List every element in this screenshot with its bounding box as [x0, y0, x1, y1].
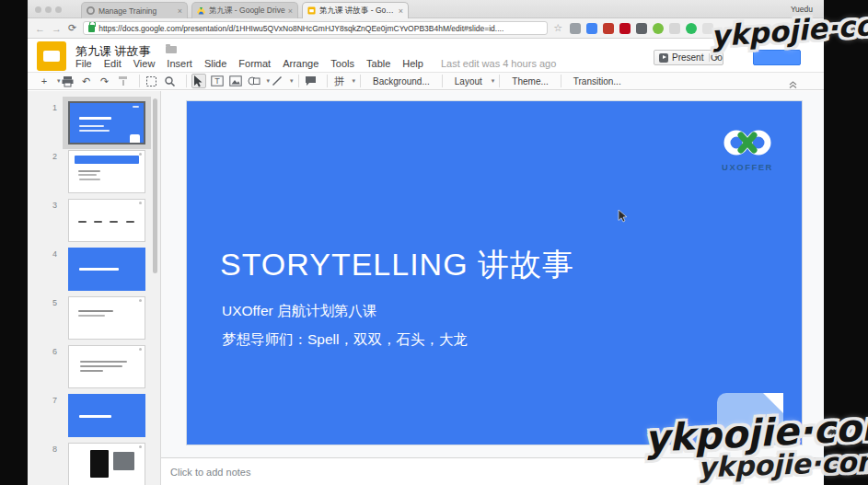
- thumbnail-canvas[interactable]: [68, 248, 145, 291]
- mac-zoom-button[interactable]: [55, 6, 62, 13]
- text-box-button[interactable]: T: [210, 74, 225, 88]
- slide-title[interactable]: STORYTELLING 讲故事: [220, 244, 574, 286]
- back-icon[interactable]: ←: [35, 23, 45, 34]
- menu-view[interactable]: View: [133, 58, 156, 69]
- undo-button[interactable]: ↶: [79, 74, 94, 88]
- print-button[interactable]: [61, 74, 75, 88]
- select-tool-button[interactable]: [191, 74, 206, 88]
- menu-file[interactable]: File: [75, 58, 92, 69]
- slide-number: 3: [44, 201, 57, 210]
- google-drive-icon: [197, 6, 205, 15]
- thumbnail-canvas[interactable]: [68, 296, 145, 340]
- menu-edit[interactable]: Edit: [104, 58, 122, 69]
- menu-insert[interactable]: Insert: [167, 58, 192, 69]
- move-to-folder-icon[interactable]: [166, 46, 177, 53]
- slide-thumbnail-6[interactable]: 6: [28, 343, 161, 392]
- extension-icon-4[interactable]: [619, 23, 631, 34]
- extension-icon-2[interactable]: [586, 23, 597, 34]
- thumbnail-canvas[interactable]: [68, 150, 145, 193]
- thumbnail-canvas[interactable]: [68, 443, 145, 485]
- extension-icon-6[interactable]: [653, 23, 664, 34]
- line-dropdown-icon[interactable]: ▾: [290, 77, 294, 85]
- slide-thumbnail-4[interactable]: 4: [28, 246, 161, 294]
- forward-icon[interactable]: →: [52, 23, 62, 34]
- bookmark-star-icon[interactable]: ☆: [553, 22, 562, 34]
- uxoffer-infinity-icon: [723, 129, 772, 156]
- slide-mentors-line[interactable]: 梦想导师们：Spell，双双，石头，大龙: [222, 330, 468, 350]
- google-slides-logo-icon[interactable]: [37, 41, 66, 71]
- slide-thumbnail-2[interactable]: 2: [28, 148, 161, 197]
- slide-subtitle[interactable]: UXOffer 启航计划第八课: [222, 302, 377, 321]
- mac-close-button[interactable]: [35, 6, 41, 13]
- new-slide-button[interactable]: +: [37, 74, 52, 88]
- insert-comment-button[interactable]: [304, 74, 318, 88]
- svg-text:T: T: [214, 76, 220, 86]
- tab-title: 第九课 - Google Drive: [209, 6, 285, 17]
- insert-image-button[interactable]: [228, 74, 243, 88]
- layout-button[interactable]: Layout: [447, 75, 490, 88]
- zoom-button[interactable]: [163, 74, 178, 88]
- thumbnail-canvas[interactable]: [68, 199, 145, 242]
- extension-icon-7[interactable]: [669, 23, 680, 34]
- menu-help[interactable]: Help: [402, 58, 423, 69]
- thumbnail-text-bar: [79, 179, 100, 180]
- input-tools-button[interactable]: 拼: [332, 74, 347, 88]
- watermark-bottom-right-2: ykpojie·com: [697, 445, 868, 483]
- slide-thumbnail-8[interactable]: 8: [28, 441, 161, 485]
- extension-icon-3[interactable]: [603, 23, 614, 34]
- theme-button[interactable]: Theme...: [504, 75, 555, 88]
- layout-dropdown-icon[interactable]: ▾: [492, 77, 495, 85]
- extension-icon-8[interactable]: [686, 23, 697, 34]
- slide-thumbnail-1[interactable]: 1: [28, 99, 161, 148]
- slide-thumbnail-5[interactable]: 5: [28, 294, 161, 343]
- mouse-cursor-icon: [618, 210, 628, 223]
- url-field[interactable]: https://docs.google.com/presentation/d/1…: [83, 21, 548, 35]
- current-slide[interactable]: UXOFFER STORYTELLING 讲故事 UXOffer 启航计划第八课…: [187, 101, 802, 445]
- background-button[interactable]: Background...: [365, 75, 437, 88]
- url-text: https://docs.google.com/presentation/d/1…: [98, 24, 503, 33]
- input-tools-dropdown-icon[interactable]: ▾: [353, 77, 356, 85]
- last-edit-status[interactable]: Last edit was 4 hours ago: [441, 58, 556, 69]
- insert-line-button[interactable]: [270, 74, 284, 88]
- toolbar-separator: [360, 75, 361, 87]
- tab-close-icon[interactable]: ×: [399, 6, 403, 16]
- reload-icon[interactable]: ⟳: [68, 22, 76, 34]
- tab-google-drive[interactable]: 第九课 - Google Drive ×: [191, 2, 298, 18]
- slide-thumbnail-3[interactable]: 3: [28, 197, 161, 246]
- thumbnail-page-dot: [139, 202, 142, 204]
- extension-icon-1[interactable]: [570, 23, 581, 34]
- extension-icon-5[interactable]: [636, 23, 647, 34]
- comments-button[interactable]: Co: [711, 52, 723, 63]
- browser-tabstrip: Manage Training × 第九课 - Google Drive × 第…: [28, 0, 824, 18]
- share-button[interactable]: [753, 50, 801, 65]
- menu-tools[interactable]: Tools: [330, 58, 354, 69]
- filmstrip-scrollbar[interactable]: [153, 98, 157, 273]
- redo-button[interactable]: ↷: [98, 74, 112, 88]
- present-label: Present: [672, 52, 703, 63]
- menu-slide[interactable]: Slide: [204, 58, 226, 69]
- slide-thumbnail-7[interactable]: 7: [28, 392, 161, 441]
- paint-format-button[interactable]: [116, 74, 131, 88]
- slide-number: 2: [44, 152, 57, 161]
- zoom-fit-button[interactable]: [145, 74, 159, 88]
- new-slide-dropdown-icon[interactable]: ▾: [57, 77, 61, 85]
- thumbnail-canvas[interactable]: [68, 345, 145, 388]
- tab-close-icon[interactable]: ×: [288, 6, 293, 16]
- thumbnail-canvas[interactable]: [68, 394, 145, 437]
- tab-manage-training[interactable]: Manage Training ×: [81, 2, 188, 18]
- tab-close-icon[interactable]: ×: [178, 6, 182, 16]
- menu-table[interactable]: Table: [366, 58, 390, 69]
- thumbnail-text-bar: [78, 170, 101, 172]
- thumbnail-canvas[interactable]: [68, 101, 145, 144]
- menu-format[interactable]: Format: [238, 58, 271, 69]
- insert-shape-button[interactable]: [247, 74, 261, 88]
- menu-bar: File Edit View Insert Slide Format Arran…: [75, 58, 556, 69]
- notes-placeholder[interactable]: Click to add notes: [170, 467, 250, 478]
- slides-app-header: 第九课 讲故事 File Edit View Insert Slide Form…: [28, 39, 824, 72]
- edit-toolbar: + ▾ ↶ ↷ T ▾ ▾ 拼 ▾ Backgr: [28, 72, 824, 90]
- tab-google-slides-active[interactable]: 第九课 讲故事 - Google Sli ×: [302, 2, 409, 18]
- transition-button[interactable]: Transition...: [566, 75, 629, 88]
- mac-minimize-button[interactable]: [45, 6, 52, 13]
- slide-number: 8: [44, 445, 57, 454]
- menu-arrange[interactable]: Arrange: [283, 58, 318, 69]
